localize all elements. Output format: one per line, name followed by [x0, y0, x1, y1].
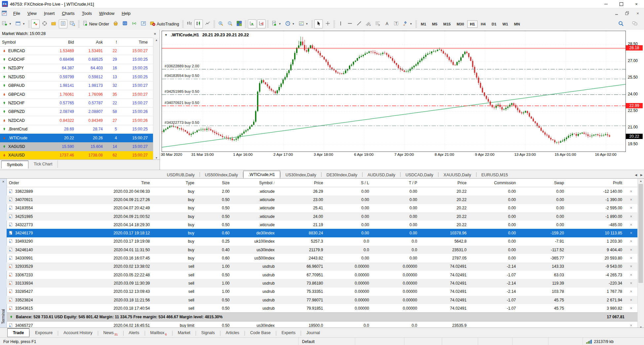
- tile-windows-button[interactable]: [235, 19, 244, 28]
- timeframe-m5-button[interactable]: M5: [430, 20, 440, 28]
- chart-tab-us30index-daily[interactable]: US30Index,Daily: [281, 171, 321, 179]
- timeframe-m15-button[interactable]: M15: [441, 20, 453, 28]
- dropdown-arrow-icon[interactable]: ▼: [410, 22, 412, 25]
- column-time[interactable]: Time: [119, 40, 150, 45]
- toolbox-button[interactable]: [59, 19, 67, 28]
- market-watch-close-icon[interactable]: ×: [152, 31, 158, 36]
- column-ask[interactable]: Ask: [76, 40, 105, 45]
- scrollbar-thumb[interactable]: [638, 184, 643, 283]
- market-watch-scrollbar[interactable]: ▲ ▼: [153, 38, 160, 160]
- chart-window[interactable]: ▼ .WTICrude,H1 20.21 20.23 20.21 20.22 #…: [160, 30, 644, 170]
- tab-symbols[interactable]: Symbols: [1, 160, 28, 169]
- order-row[interactable]: 340709212020.04.09 21:27:26buy0.50.wticr…: [7, 195, 638, 204]
- chart-close-icon[interactable]: ×: [635, 11, 641, 16]
- column-order[interactable]: Order: [7, 181, 69, 185]
- timeframe-m30-button[interactable]: M30: [454, 20, 467, 28]
- terminal-tab-articles[interactable]: Articles: [220, 329, 245, 337]
- new-order-button[interactable]: New Order: [81, 19, 111, 28]
- search-button[interactable]: [617, 19, 625, 28]
- terminal-tab-signals[interactable]: Signals: [196, 329, 220, 337]
- chart-tab-usdrub-daily[interactable]: USDRUB,Daily: [162, 171, 200, 179]
- crosshair-button[interactable]: [323, 19, 332, 28]
- column-size[interactable]: Size: [197, 181, 232, 185]
- maximize-button[interactable]: [614, 0, 629, 8]
- close-button[interactable]: ×: [629, 0, 644, 8]
- equidistant-channel-button[interactable]: E: [364, 19, 373, 28]
- column-tp[interactable]: T / P: [371, 181, 420, 185]
- tabs-scroll-left-icon[interactable]: ◀: [635, 173, 637, 177]
- scroll-down-icon[interactable]: ▼: [155, 156, 158, 159]
- order-row[interactable]: 341835542020.04.07 20:42:49buy0.50.wticr…: [7, 204, 638, 212]
- zoom-out-button[interactable]: [226, 19, 234, 28]
- close-order-icon[interactable]: ×: [625, 206, 638, 210]
- close-order-icon[interactable]: ×: [625, 214, 638, 219]
- close-order-icon[interactable]: ×: [625, 281, 638, 286]
- order-row[interactable]: 342461402020.04.01 11:31:50buy0.40us30in…: [7, 246, 638, 254]
- tabs-scroll-right-icon[interactable]: ▶: [640, 173, 643, 177]
- market-watch-row[interactable]: GBPCAD1.760611.760963515:00:27: [0, 90, 160, 99]
- order-row[interactable]: 340657272020.04.02 16:45:51buy limit0.50…: [7, 322, 638, 328]
- strategy-tester-button[interactable]: [68, 19, 77, 28]
- timeframe-d1-button[interactable]: D1: [489, 20, 499, 28]
- zoom-in-button[interactable]: [216, 19, 225, 28]
- mql5-market-button[interactable]: [111, 19, 120, 28]
- chat-button[interactable]: [630, 19, 639, 28]
- new-indicator-button[interactable]: ▼: [270, 19, 283, 28]
- chart-tab-de30index-daily[interactable]: DE30Index,Daily: [322, 171, 362, 179]
- menu-charts[interactable]: Charts: [58, 10, 78, 17]
- chart-minimize-icon[interactable]: [614, 11, 620, 16]
- close-order-icon[interactable]: ×: [625, 197, 638, 202]
- data-window-button[interactable]: [40, 19, 49, 28]
- column-time[interactable]: Time: [69, 181, 152, 185]
- column-price[interactable]: Price: [277, 181, 325, 185]
- market-watch-button[interactable]: [31, 19, 40, 28]
- order-row[interactable]: 329335292020.03.02 13:38:02sell1.00usdru…: [7, 262, 638, 271]
- scroll-up-icon[interactable]: ▲: [640, 180, 642, 183]
- market-watch-row[interactable]: NZDCHF0.577650.577872215:00:27: [0, 99, 160, 107]
- menu-tools[interactable]: Tools: [78, 10, 95, 17]
- templates-button[interactable]: ▼: [297, 19, 310, 28]
- dropdown-arrow-icon[interactable]: ▼: [22, 22, 25, 25]
- close-order-icon[interactable]: ×: [625, 298, 638, 302]
- close-order-icon[interactable]: ×: [625, 264, 638, 269]
- column-swap[interactable]: Swap: [518, 181, 566, 185]
- order-row[interactable]: 331339342020.03.09 11:30:39sell1.00usdru…: [7, 279, 638, 287]
- close-order-icon[interactable]: ×: [625, 223, 638, 227]
- timeframe-h1-button[interactable]: H1: [467, 20, 477, 28]
- fibonacci-button[interactable]: F: [373, 19, 382, 28]
- close-order-icon[interactable]: ×: [625, 231, 638, 235]
- navigator-button[interactable]: [50, 19, 58, 28]
- bar-chart-button[interactable]: [185, 19, 194, 28]
- order-row[interactable]: 343227732020.04.14 18:29:30buy0.50.wticr…: [7, 221, 638, 229]
- dropdown-arrow-icon[interactable]: ▼: [9, 22, 12, 25]
- new-chart-button[interactable]: ▼: [0, 19, 13, 28]
- order-row[interactable]: 343309912020.03.16 16:07:45buy0.60us500i…: [7, 254, 638, 262]
- timeframe-h4-button[interactable]: H4: [478, 20, 488, 28]
- menu-window[interactable]: Window: [95, 10, 118, 17]
- column-symbol[interactable]: Symbol/: [232, 181, 277, 185]
- column-spread[interactable]: !: [105, 40, 119, 45]
- close-order-icon[interactable]: ×: [625, 248, 638, 252]
- chart-tab-eurusd-m15[interactable]: EURUSD,M15: [476, 171, 513, 179]
- signals-button[interactable]: [130, 19, 138, 28]
- cursor-button[interactable]: [314, 19, 323, 28]
- close-order-icon[interactable]: ×: [625, 323, 638, 328]
- menu-insert[interactable]: Insert: [40, 10, 58, 17]
- text-label-button[interactable]: T: [392, 19, 400, 28]
- chart-tab-xauusd-daily[interactable]: XAUUSD,Daily: [438, 171, 476, 179]
- close-order-icon[interactable]: ×: [625, 256, 638, 260]
- orders-scrollbar[interactable]: ▲ ▼: [637, 179, 644, 330]
- fullscreen-button[interactable]: [139, 19, 148, 28]
- market-watch-row[interactable]: GBPAUD1.981411.981733215:00:27: [0, 82, 160, 90]
- dropdown-arrow-icon[interactable]: ▼: [292, 22, 295, 25]
- autotrading-button[interactable]: AutoTrading: [148, 19, 181, 28]
- close-order-icon[interactable]: ×: [625, 306, 638, 311]
- menu-help[interactable]: Help: [118, 10, 134, 17]
- terminal-tab-exposure[interactable]: Exposure: [30, 329, 58, 337]
- line-chart-button[interactable]: [204, 19, 212, 28]
- chart-plot-area[interactable]: ▼ .WTICrude,H1 20.21 20.23 20.21 20.22 #…: [162, 31, 626, 152]
- terminal-tab-experts[interactable]: Experts: [276, 329, 301, 337]
- market-watch-row[interactable]: .WTICrude20.2220.26415:00:27: [0, 134, 160, 142]
- market-watch-row[interactable]: .BrentCrud28.6928.74515:00:25: [0, 125, 160, 134]
- horizontal-line-button[interactable]: [346, 19, 354, 28]
